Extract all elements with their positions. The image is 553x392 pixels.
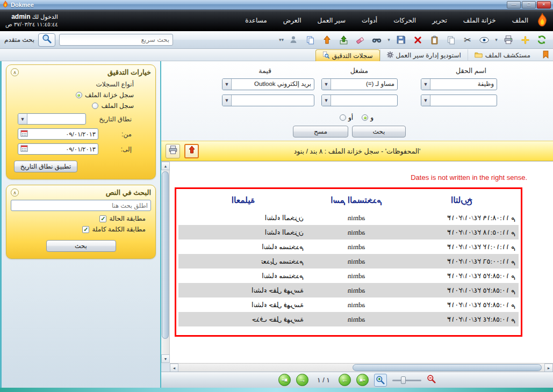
tab-strip: مستكشف الملف استوديو إدارة سير العمل سجل… bbox=[0, 49, 553, 61]
text-search-input[interactable] bbox=[11, 200, 151, 211]
date-to-picker[interactable]: ٠٩/٠١/٢٠١٣ bbox=[18, 143, 98, 155]
eraser-icon[interactable] bbox=[353, 33, 367, 47]
workflow-users-icon[interactable] bbox=[286, 33, 300, 47]
operator-select-1[interactable]: ▼ مساو لـ (=) bbox=[321, 78, 398, 90]
horizontal-scrollbar[interactable]: ◄ ► bbox=[170, 363, 553, 372]
copy-icon[interactable] bbox=[444, 33, 458, 47]
zoom-slider-thumb[interactable] bbox=[401, 376, 406, 384]
chevron-down-icon: ▼ bbox=[222, 95, 232, 106]
menu-item-actions[interactable]: الحركات bbox=[393, 17, 416, 24]
date-from-picker[interactable]: ٠٩/٠١/٢٠١٣ bbox=[18, 128, 98, 140]
copy-pages-icon[interactable] bbox=[303, 33, 317, 47]
date-from-label: من: bbox=[109, 130, 146, 138]
report-viewer: ▲ ▼ Dates is not written in the right se… bbox=[161, 161, 553, 372]
dropdown-arrow-icon[interactable]: ▾ bbox=[494, 37, 499, 42]
menu-item-view[interactable]: العرض bbox=[283, 17, 301, 24]
menu-item-file-cabinet[interactable]: خزانة الملف bbox=[463, 17, 496, 24]
export-up-icon bbox=[188, 146, 196, 156]
toolbar-icons: ▾▾ ▾ bbox=[279, 33, 549, 47]
quick-search-input[interactable] bbox=[59, 34, 173, 46]
minimize-button[interactable]: — bbox=[507, 1, 521, 9]
export-up-icon[interactable] bbox=[320, 33, 334, 47]
file-log-radio[interactable] bbox=[92, 103, 98, 109]
field-name-header: اسم الحقل bbox=[456, 67, 486, 75]
zoom-slider[interactable] bbox=[392, 376, 421, 384]
horizontal-scroll-thumb[interactable] bbox=[353, 364, 542, 371]
match-word-checkbox[interactable]: ✓ bbox=[82, 226, 89, 233]
main-menu: الملف خزانة الملف تحرير الحركات أدوات سي… bbox=[245, 17, 528, 24]
next-page-button[interactable]: → bbox=[296, 374, 308, 386]
text-search-button[interactable]: بحث bbox=[46, 240, 116, 252]
bookmark-icon[interactable] bbox=[543, 50, 549, 61]
vertical-scroll-thumb[interactable] bbox=[162, 171, 169, 339]
overflow-menu-icon[interactable]: ▾▾ bbox=[279, 37, 284, 42]
and-radio[interactable] bbox=[362, 114, 368, 121]
table-row: ٢٤/٠١/٢٠١٣ ١٠:٥٨:٢٤ مadminحذف حقل فهرسة bbox=[178, 312, 519, 326]
toolbar: بحث متقدم ▾▾ bbox=[0, 31, 553, 49]
menu-item-help[interactable]: مساعدة bbox=[245, 17, 267, 24]
collapse-chevron-icon[interactable]: ∧ bbox=[11, 68, 19, 76]
operator-select-2[interactable]: ▼ bbox=[321, 95, 398, 106]
scroll-up-arrow-icon[interactable]: ▲ bbox=[161, 162, 170, 170]
match-word-label: مطابقة الكلمة كاملة bbox=[92, 226, 146, 233]
match-case-checkbox[interactable]: ✓ bbox=[99, 215, 106, 222]
refresh-icon[interactable] bbox=[535, 33, 549, 47]
paste-icon[interactable] bbox=[427, 33, 441, 47]
preview-icon[interactable] bbox=[477, 33, 491, 47]
tab-audit-logs[interactable]: سجلات التدقيق bbox=[315, 49, 380, 61]
gear-icon bbox=[387, 52, 393, 60]
user-session-block: الدخول لك admin ١١:٤٥:٤٤ ٣٧/٠٣/٢٤ ص bbox=[0, 11, 63, 30]
export-report-button[interactable] bbox=[184, 144, 199, 158]
value-select-2[interactable]: ▼ bbox=[222, 95, 314, 106]
menu-item-workflow[interactable]: سير العمل bbox=[318, 17, 346, 24]
print-report-button[interactable] bbox=[166, 144, 180, 158]
scroll-down-arrow-icon[interactable]: ▼ bbox=[161, 354, 170, 363]
field-select-1[interactable]: ▼ وظيفة bbox=[421, 78, 497, 90]
audit-report-table: التاريخ اسم المستخدم العملية ٢٤/٠١/٢٠١٣ … bbox=[175, 187, 522, 337]
printer-icon[interactable] bbox=[501, 33, 515, 47]
collapse-chevron-icon[interactable]: ∧ bbox=[11, 188, 19, 197]
vertical-scrollbar[interactable]: ▲ ▼ bbox=[161, 162, 170, 363]
import-up-icon[interactable] bbox=[336, 33, 350, 47]
menu-item-edit[interactable]: تحرير bbox=[432, 17, 447, 24]
chevron-down-icon: ▼ bbox=[222, 79, 232, 90]
filter-search-button[interactable]: بحث bbox=[352, 126, 406, 137]
cut-icon[interactable]: ✂ bbox=[461, 33, 475, 47]
quick-search-button[interactable] bbox=[38, 33, 55, 47]
scroll-right-arrow-icon[interactable]: ► bbox=[544, 364, 553, 372]
or-radio[interactable] bbox=[340, 114, 346, 121]
delete-icon[interactable] bbox=[411, 33, 425, 47]
dropdown-arrow-icon[interactable]: ▾ bbox=[386, 37, 391, 42]
column-header-username: اسم المستخدم bbox=[308, 195, 405, 205]
apply-date-range-button[interactable]: تطبيق نطاق التاريخ bbox=[14, 161, 77, 172]
calendar-icon bbox=[20, 144, 28, 154]
menu-item-file[interactable]: الملف bbox=[512, 17, 528, 24]
close-button[interactable]: × bbox=[537, 1, 551, 9]
add-icon[interactable] bbox=[518, 33, 532, 47]
prev-page-button[interactable]: ← bbox=[339, 374, 351, 386]
maximize-button[interactable]: □ bbox=[522, 1, 536, 9]
last-page-button[interactable]: ⇥ bbox=[278, 374, 291, 386]
or-label: أو bbox=[348, 114, 353, 121]
filter-clear-button[interactable]: مسح bbox=[293, 126, 348, 137]
binoculars-icon[interactable] bbox=[370, 33, 384, 47]
first-page-button[interactable]: ⇤ bbox=[356, 374, 369, 386]
date-range-select[interactable]: ▼ bbox=[18, 113, 86, 125]
cabinet-log-radio[interactable] bbox=[76, 92, 82, 98]
menu-item-tools[interactable]: أدوات bbox=[362, 17, 377, 24]
record-types-label: أنواع السجلات bbox=[11, 78, 151, 90]
tab-file-explorer[interactable]: مستكشف الملف bbox=[468, 49, 537, 61]
advanced-search-button[interactable]: بحث متقدم bbox=[4, 36, 34, 43]
date-to-value: ٠٩/٠١/٢٠١٣ bbox=[30, 146, 96, 153]
window-title: Dokmee bbox=[11, 2, 34, 8]
field-select-2[interactable]: ▼ bbox=[421, 95, 497, 106]
zoom-in-button[interactable] bbox=[374, 374, 387, 387]
dokmee-logo-flame-icon bbox=[536, 13, 549, 29]
tab-workflow-studio[interactable]: استوديو إدارة سير العمل bbox=[380, 49, 468, 61]
save-icon[interactable] bbox=[394, 33, 408, 47]
page-indicator: ١ / ١ bbox=[314, 376, 333, 384]
zoom-out-button[interactable] bbox=[427, 374, 436, 386]
value-select-1[interactable]: ▼ بريد إلكتروني Outlook bbox=[222, 78, 314, 90]
scroll-left-arrow-icon[interactable]: ◄ bbox=[170, 364, 178, 372]
app-window: Dokmee — □ × الدخول لك admin ١١:٤٥:٤٤ ٣٧… bbox=[0, 0, 553, 392]
